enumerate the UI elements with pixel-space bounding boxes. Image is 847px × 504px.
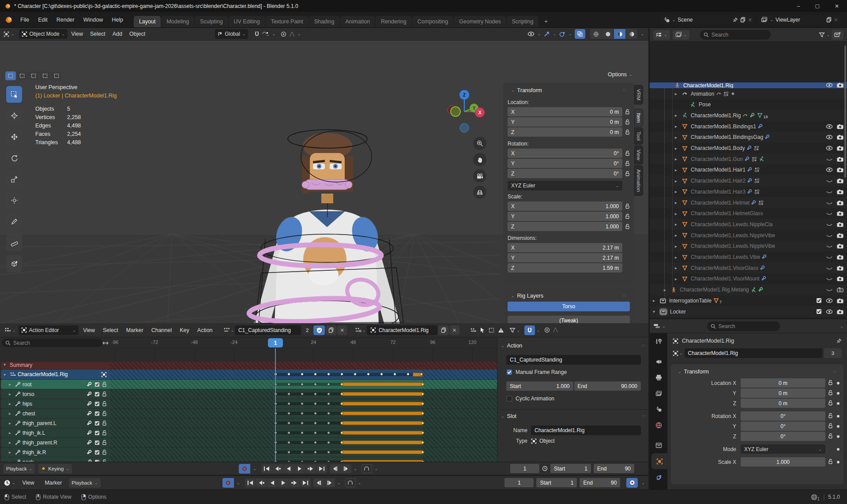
start-frame-field[interactable]: Start1 (550, 464, 591, 473)
outliner-filter-mode[interactable]: ⌄ (673, 30, 690, 40)
keyframe[interactable] (327, 451, 330, 454)
properties-tab-render[interactable] (650, 354, 667, 370)
channel-thigh-ik-l[interactable]: ▸thigh_ik.L (1, 428, 110, 437)
camera-render-icon[interactable] (837, 134, 843, 140)
slot-browse-dropdown[interactable]: ⌄ (355, 327, 366, 333)
camera-render-icon[interactable] (837, 298, 843, 303)
dimensions-y-field[interactable]: Y2.17 m (508, 253, 622, 262)
pin-icon[interactable] (733, 17, 738, 22)
scale-z-field[interactable]: Z1.000 (508, 222, 622, 231)
sidebar-tab-tool[interactable]: Tool (634, 127, 643, 145)
eye-open-icon[interactable] (826, 309, 833, 314)
keyframe[interactable] (314, 383, 317, 386)
remove-viewlayer-icon[interactable]: ✕ (834, 17, 838, 23)
add-workspace-button[interactable]: + (539, 16, 553, 27)
timeline-ruler[interactable]: -96-72-48-2424487296120 (110, 337, 497, 348)
disclosure-right-icon[interactable]: ▸ (675, 200, 682, 205)
keyframe[interactable] (287, 383, 290, 386)
properties-tab-object[interactable] (651, 453, 667, 469)
eye-closed-icon[interactable] (826, 243, 833, 249)
workspace-tab-uv-editing[interactable]: UV Editing (229, 16, 265, 27)
outliner-item-charactermodel1-bindingsgag[interactable]: ▸CharacterModel1.BindingsGag (650, 132, 847, 143)
keyframe-selected[interactable] (340, 383, 343, 386)
sidebar-tab-vrm[interactable]: VRM (634, 85, 643, 105)
zoom-button[interactable] (473, 137, 486, 150)
eye-closed-icon[interactable] (826, 178, 833, 183)
disclosure-right-icon[interactable]: ▸ (653, 298, 660, 303)
keyframe[interactable] (314, 412, 317, 415)
current-frame-field[interactable]: 1 (504, 478, 534, 487)
tool-scale[interactable] (6, 171, 22, 187)
outliner-item-charactermodel1-lewds-nipplecla[interactable]: ▸CharacterModel1.Lewds.NippleCla (650, 219, 847, 230)
keyframe-selected[interactable] (340, 412, 343, 415)
dimensions-z-field[interactable]: Z1.59 m (508, 263, 622, 273)
panel-grip-icon[interactable]: ∷ (623, 88, 626, 93)
channel-neck[interactable]: ▸neck (1, 457, 110, 462)
select-mode-intersect[interactable] (51, 71, 62, 80)
start-frame-field[interactable]: Start1 (536, 478, 577, 487)
frame-jump-dropdown[interactable]: ⌄ (335, 478, 343, 487)
disclosure-right-icon[interactable]: ▸ (675, 168, 682, 172)
shading-solid-button[interactable] (602, 29, 614, 39)
channel-hips-keys[interactable] (110, 399, 497, 408)
outliner-filter-button[interactable]: ⌄ (819, 32, 830, 37)
slot-panel-header[interactable]: ⌄Slot∷ (501, 413, 645, 419)
channel-torso[interactable]: ▸torso (1, 389, 110, 399)
select-channel-icon[interactable] (101, 372, 107, 377)
channel-enable-checkbox[interactable] (94, 450, 100, 455)
eye-closed-icon[interactable] (826, 276, 833, 281)
disclosure-icon[interactable]: ▸ (9, 382, 15, 387)
keyframe-selected[interactable] (340, 402, 343, 405)
auto-keying-dropdown[interactable]: ⌄ (234, 478, 242, 488)
visibility-eye-icon[interactable] (527, 31, 535, 37)
outliner-item-charactermodel1-rig[interactable]: ▸CharacterModel1.Rig19 (650, 110, 847, 121)
lock-icon[interactable] (625, 119, 630, 127)
timeline-menu-marker[interactable]: Marker (41, 480, 65, 486)
properties-tab-collection[interactable] (650, 437, 667, 453)
channel-lock-icon[interactable] (102, 449, 107, 455)
disclosure-down-icon[interactable]: ▾ (653, 309, 660, 314)
sidebar-tab-animation[interactable]: Animation (634, 165, 643, 196)
prev-keyframe-button[interactable] (256, 478, 267, 487)
channel-thigh-ik-r-keys[interactable] (110, 448, 497, 457)
xray-toggle[interactable] (575, 29, 585, 39)
disclosure-right-icon[interactable]: ▸ (675, 124, 682, 129)
camera-render-icon[interactable] (837, 254, 843, 260)
close-button[interactable]: ✕ (835, 3, 839, 9)
animate-decorator-dot[interactable] (836, 425, 840, 428)
keyframe-selected[interactable] (340, 441, 343, 444)
prev-frame-button[interactable] (330, 464, 340, 473)
channel-lock-icon[interactable] (102, 430, 107, 436)
eye-closed-icon[interactable] (826, 211, 833, 216)
keyframe[interactable] (340, 373, 343, 376)
keyframe[interactable] (314, 422, 317, 425)
outliner-item-pose[interactable]: Pose (650, 99, 847, 110)
auto-keying-record-button[interactable] (222, 478, 234, 488)
action-browse-dropdown[interactable]: ⌄ (223, 327, 234, 333)
keyframe-selected[interactable] (421, 383, 424, 386)
dopesheet-editor-type[interactable]: ⌄ (3, 327, 18, 333)
select-mode-extend[interactable] (17, 71, 27, 80)
slot-name-field[interactable]: CharacterModel1.Rig (367, 325, 437, 335)
keyframe-selected[interactable] (421, 412, 424, 415)
tool-add-cube[interactable] (6, 255, 22, 272)
dopesheet-menu-action[interactable]: Action (194, 327, 216, 333)
properties-search[interactable]: Search (707, 321, 780, 331)
menu-help[interactable]: Help (107, 15, 128, 25)
keyframe[interactable] (301, 392, 304, 396)
shading-material-button[interactable] (614, 29, 625, 39)
shading-wireframe-button[interactable] (590, 29, 602, 39)
falloff-icon[interactable] (289, 32, 295, 37)
next-keyframe-button[interactable] (305, 464, 316, 473)
camera-render-icon[interactable] (837, 211, 843, 216)
keyframe[interactable] (314, 451, 317, 454)
eye-open-icon[interactable] (826, 167, 833, 172)
tool-select-box[interactable] (6, 86, 22, 103)
keyframe[interactable] (287, 431, 290, 434)
keyframe-selected[interactable] (340, 451, 343, 454)
keyframe[interactable] (287, 412, 290, 415)
animate-decorator-dot[interactable] (836, 414, 840, 418)
channel-chest-keys[interactable] (110, 409, 497, 418)
object-users-count[interactable]: 3 (824, 348, 842, 358)
keying-set-dropdown[interactable]: ⌄ (373, 464, 380, 473)
